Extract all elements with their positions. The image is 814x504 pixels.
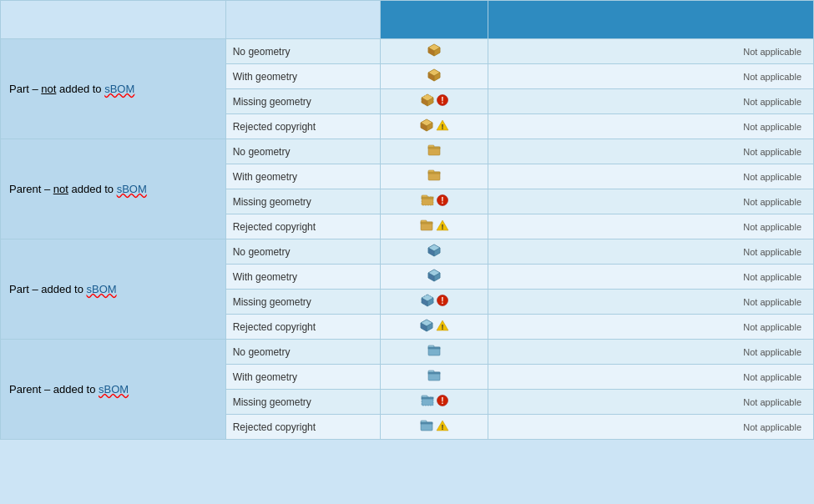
unloaded-2-0: Not applicable — [488, 239, 814, 265]
svg-rect-33 — [421, 222, 432, 224]
loaded-icon-3-2: ! — [380, 390, 488, 415]
sub-0-1: With geometry — [225, 64, 380, 89]
part-plain-icon — [427, 43, 442, 60]
error-badge: ! — [437, 94, 448, 108]
loaded-icon-1-3: ! — [380, 214, 488, 239]
unloaded-1-2: Not applicable — [488, 189, 814, 214]
sub-3-2: Missing geometry — [225, 390, 380, 415]
loaded-icon-1-0 — [380, 139, 488, 164]
svg-text:!: ! — [441, 196, 443, 205]
category-1: Parent – not added to sBOM — [1, 139, 226, 239]
part-sbom-reject-icon — [419, 318, 434, 335]
svg-rect-64 — [422, 397, 433, 399]
sub-2-3: Rejected copyright — [225, 315, 380, 340]
unloaded-2-1: Not applicable — [488, 265, 814, 290]
loaded-icon-0-3: ! — [380, 114, 488, 139]
loaded-icon-0-2: ! — [380, 89, 488, 114]
sub-3-1: With geometry — [225, 365, 380, 390]
svg-text:!: ! — [441, 296, 443, 305]
part-sbom-missing-icon — [420, 293, 435, 310]
part-reject-icon — [419, 118, 434, 135]
loaded-icon-2-3: ! — [380, 315, 488, 340]
unloaded-header — [488, 1, 814, 39]
parent-sbom-geo-icon — [427, 368, 442, 386]
parent-missing-icon — [420, 193, 435, 210]
svg-rect-22 — [428, 147, 440, 149]
error-badge: ! — [437, 295, 448, 309]
category-3: Parent – added to sBOM — [1, 340, 226, 440]
sub-1-3: Rejected copyright — [225, 214, 380, 239]
loaded-icon-3-0 — [380, 340, 488, 365]
sub-2-0: No geometry — [225, 239, 380, 265]
loaded-icon-2-2: ! — [380, 290, 488, 315]
warning-badge: ! — [436, 320, 449, 334]
unloaded-0-3: Not applicable — [488, 114, 814, 139]
loaded-icon-2-0 — [380, 239, 488, 265]
sub-0-3: Rejected copyright — [225, 114, 380, 139]
part-missing-icon — [420, 93, 435, 110]
svg-rect-25 — [428, 172, 440, 174]
unloaded-1-1: Not applicable — [488, 164, 814, 189]
col1-header — [1, 1, 226, 39]
sub-1-0: No geometry — [225, 139, 380, 164]
category-0: Part – not added to sBOM — [1, 39, 226, 139]
part-sbom-plain-icon — [427, 243, 442, 260]
sub-2-1: With geometry — [225, 265, 380, 290]
error-badge: ! — [437, 194, 448, 209]
loaded-icon-3-3: ! — [380, 415, 488, 440]
svg-rect-28 — [422, 197, 433, 199]
svg-text:!: ! — [441, 323, 443, 331]
unloaded-0-2: Not applicable — [488, 89, 814, 114]
sub-0-0: No geometry — [225, 39, 380, 64]
unloaded-0-1: Not applicable — [488, 64, 814, 89]
parent-sbom-missing-icon — [420, 393, 435, 411]
loaded-icon-0-1 — [380, 64, 488, 89]
unloaded-2-3: Not applicable — [488, 315, 814, 340]
svg-rect-61 — [428, 372, 440, 374]
unloaded-1-3: Not applicable — [488, 214, 814, 239]
svg-text:!: ! — [441, 123, 443, 131]
parent-plain-icon — [427, 143, 442, 160]
parent-sbom-plain-icon — [427, 343, 442, 360]
parent-geo-icon — [427, 168, 442, 185]
loaded-icon-1-1 — [380, 164, 488, 189]
warning-badge: ! — [436, 119, 449, 134]
unloaded-0-0: Not applicable — [488, 39, 814, 64]
unloaded-1-0: Not applicable — [488, 139, 814, 164]
parent-reject-icon — [419, 218, 434, 235]
warning-badge: ! — [436, 219, 449, 234]
svg-rect-58 — [428, 347, 440, 349]
sub-1-2: Missing geometry — [225, 189, 380, 214]
svg-text:!: ! — [441, 423, 443, 431]
loaded-icon-3-1 — [380, 365, 488, 390]
loaded-icon-1-2: ! — [380, 189, 488, 214]
sub-3-3: Rejected copyright — [225, 415, 380, 440]
unloaded-3-2: Not applicable — [488, 390, 814, 415]
part-geo-icon — [427, 68, 442, 85]
svg-text:!: ! — [441, 223, 443, 231]
loaded-header — [380, 1, 488, 39]
unloaded-3-1: Not applicable — [488, 365, 814, 390]
parent-sbom-reject-icon — [419, 418, 434, 436]
unloaded-3-3: Not applicable — [488, 415, 814, 440]
sub-3-0: No geometry — [225, 340, 380, 365]
svg-text:!: ! — [441, 96, 443, 105]
svg-text:!: ! — [441, 396, 443, 406]
sub-0-2: Missing geometry — [225, 89, 380, 114]
col2-header — [225, 1, 380, 39]
svg-rect-69 — [421, 422, 432, 424]
part-sbom-geo-icon — [427, 268, 442, 285]
category-2: Part – added to sBOM — [1, 239, 226, 340]
loaded-icon-0-0 — [380, 39, 488, 64]
unloaded-3-0: Not applicable — [488, 340, 814, 365]
warning-badge: ! — [436, 420, 449, 434]
unloaded-2-2: Not applicable — [488, 290, 814, 315]
error-badge: ! — [437, 395, 448, 409]
sub-2-2: Missing geometry — [225, 290, 380, 315]
sub-1-1: With geometry — [225, 164, 380, 189]
loaded-icon-2-1 — [380, 265, 488, 290]
